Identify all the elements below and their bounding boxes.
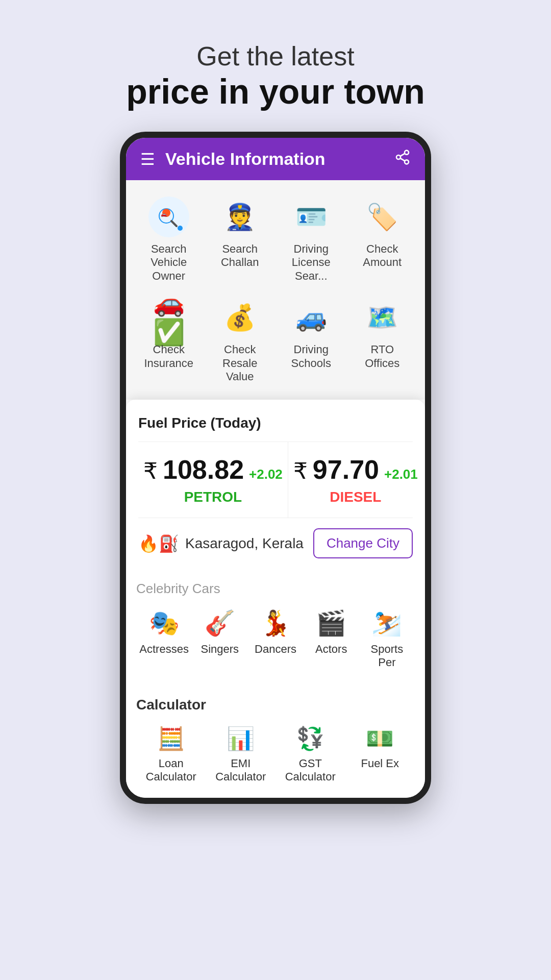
celebrity-section: Celebrity Cars 🎭 Actresses 🎸 Singers 💃 D… (126, 571, 425, 678)
celebrity-item-sports[interactable]: ⛷️ Sports Per (359, 605, 415, 673)
app-header: ☰ Vehicle Information (126, 138, 425, 180)
phone-container: ☰ Vehicle Information (71, 132, 480, 804)
diesel-rupee-symbol: ₹ (293, 458, 308, 484)
petrol-price-row: ₹ 108.82 +2.02 (143, 454, 283, 485)
sports-icon: ⛷️ (371, 609, 402, 638)
hero-title: price in your town (126, 71, 425, 111)
diesel-price: 97.70 (313, 454, 379, 485)
svg-text:🚗: 🚗 (161, 211, 167, 217)
emi-calc-label: EMI Calculator (208, 757, 274, 783)
rto-offices-label: RTO Offices (352, 343, 413, 370)
check-amount-label: CheckAmount (363, 242, 402, 270)
actresses-label: Actresses (139, 643, 189, 656)
grid-section: 🚗 Search VehicleOwner 👮 SearchChallan 🪪 … (126, 180, 425, 400)
grid-item-search-vehicle-owner[interactable]: 🚗 Search VehicleOwner (136, 192, 202, 287)
singers-icon: 🎸 (205, 609, 235, 638)
calculator-section: Calculator 🧮 Loan Calculator 📊 EMI Calcu… (126, 687, 425, 798)
search-vehicle-label: Search VehicleOwner (138, 242, 199, 283)
diesel-price-row: ₹ 97.70 +2.01 (293, 454, 418, 485)
calc-item-loan[interactable]: 🧮 Loan Calculator (136, 721, 206, 788)
emi-calc-icon: 📊 (227, 725, 255, 752)
singers-label: Singers (201, 643, 239, 656)
driving-schools-icon: 🚙 (291, 297, 332, 338)
change-city-button[interactable]: Change City (313, 528, 413, 558)
driving-schools-label: DrivingSchools (291, 343, 331, 370)
diesel-section: ₹ 97.70 +2.01 DIESEL (288, 442, 423, 518)
content-area: ☰ Vehicle Information (71, 132, 480, 804)
celebrity-section-title: Celebrity Cars (136, 581, 415, 597)
svg-line-7 (171, 221, 177, 226)
svg-line-4 (400, 154, 405, 156)
fuel-drop-icon: 🔥⛽ (138, 534, 179, 553)
svg-point-1 (396, 155, 400, 159)
driving-license-icon: 🪪 (291, 197, 332, 237)
phone-mockup: ☰ Vehicle Information (120, 132, 431, 804)
dancers-label: Dancers (255, 643, 296, 656)
svg-line-3 (400, 158, 405, 161)
hero-subtitle: Get the latest (126, 41, 425, 71)
loan-calc-icon: 🧮 (157, 725, 185, 752)
fuel-price-card: Fuel Price (Today) ₹ 108.82 +2.02 PETROL… (126, 400, 425, 571)
sports-label: Sports Per (361, 643, 413, 669)
svg-point-0 (405, 151, 409, 155)
gst-calc-icon: 💱 (296, 725, 324, 752)
share-icon[interactable] (394, 149, 411, 169)
icon-grid: 🚗 Search VehicleOwner 👮 SearchChallan 🪪 … (136, 192, 415, 387)
diesel-label: DIESEL (293, 489, 418, 505)
petrol-change: +2.02 (249, 467, 283, 482)
calculator-section-title: Calculator (136, 697, 415, 713)
grid-item-driving-license[interactable]: 🪪 DrivingLicense Sear... (279, 192, 344, 287)
celebrity-item-dancers[interactable]: 💃 Dancers (247, 605, 303, 673)
petrol-rupee-symbol: ₹ (143, 458, 158, 484)
hero-section: Get the latest price in your town (106, 0, 445, 132)
grid-item-check-insurance[interactable]: 🚗✅ CheckInsurance (136, 293, 202, 387)
check-resale-label: Check ResaleValue (210, 343, 271, 383)
diesel-change: +2.01 (384, 467, 418, 482)
city-name: Kasaragod, Kerala (185, 535, 304, 552)
check-insurance-icon: 🚗✅ (148, 297, 189, 338)
calc-grid: 🧮 Loan Calculator 📊 EMI Calculator 💱 GST… (136, 721, 415, 788)
celebrity-item-singers[interactable]: 🎸 Singers (192, 605, 247, 673)
dancers-icon: 💃 (260, 609, 291, 638)
fuel-city-row: 🔥⛽ Kasaragod, Kerala Change City (138, 528, 413, 558)
calc-item-gst[interactable]: 💱 GST Calculator (276, 721, 345, 788)
fuel-ex-icon: 💵 (366, 725, 394, 752)
gst-calc-label: GST Calculator (278, 757, 343, 783)
grid-item-check-amount[interactable]: 🏷️ CheckAmount (350, 192, 415, 287)
rto-offices-icon: 🗺️ (362, 297, 403, 338)
loan-calc-label: Loan Calculator (138, 757, 204, 783)
check-amount-icon: 🏷️ (362, 197, 403, 237)
actresses-icon: 🎭 (149, 609, 180, 638)
grid-item-check-resale[interactable]: 💰 Check ResaleValue (208, 293, 273, 387)
fuel-ex-label: Fuel Ex (361, 757, 399, 770)
celebrity-grid: 🎭 Actresses 🎸 Singers 💃 Dancers 🎬 Actors (136, 605, 415, 673)
check-insurance-label: CheckInsurance (144, 343, 193, 370)
actors-icon: 🎬 (316, 609, 346, 638)
menu-icon[interactable]: ☰ (140, 150, 155, 169)
app-title: Vehicle Information (165, 149, 384, 169)
check-resale-icon: 💰 (219, 297, 260, 338)
calc-item-emi[interactable]: 📊 EMI Calculator (206, 721, 276, 788)
svg-point-8 (178, 226, 183, 231)
fuel-prices: ₹ 108.82 +2.02 PETROL ₹ 97.70 +2.01 DIES… (138, 442, 413, 518)
grid-item-driving-schools[interactable]: 🚙 DrivingSchools (279, 293, 344, 387)
city-info: 🔥⛽ Kasaragod, Kerala (138, 534, 304, 553)
driving-license-label: DrivingLicense Sear... (281, 242, 342, 283)
actors-label: Actors (315, 643, 347, 656)
petrol-label: PETROL (143, 489, 283, 505)
fuel-card-title: Fuel Price (Today) (138, 415, 413, 431)
search-challan-label: SearchChallan (221, 242, 259, 270)
petrol-section: ₹ 108.82 +2.02 PETROL (138, 442, 288, 518)
petrol-price: 108.82 (163, 454, 244, 485)
grid-item-rto-offices[interactable]: 🗺️ RTO Offices (350, 293, 415, 387)
celebrity-item-actresses[interactable]: 🎭 Actresses (136, 605, 192, 673)
search-vehicle-icon: 🚗 (148, 197, 189, 237)
search-challan-icon: 👮 (219, 197, 260, 237)
grid-item-search-challan[interactable]: 👮 SearchChallan (208, 192, 273, 287)
celebrity-item-actors[interactable]: 🎬 Actors (304, 605, 359, 673)
calc-item-fuel[interactable]: 💵 Fuel Ex (345, 721, 415, 788)
svg-point-2 (405, 160, 409, 164)
